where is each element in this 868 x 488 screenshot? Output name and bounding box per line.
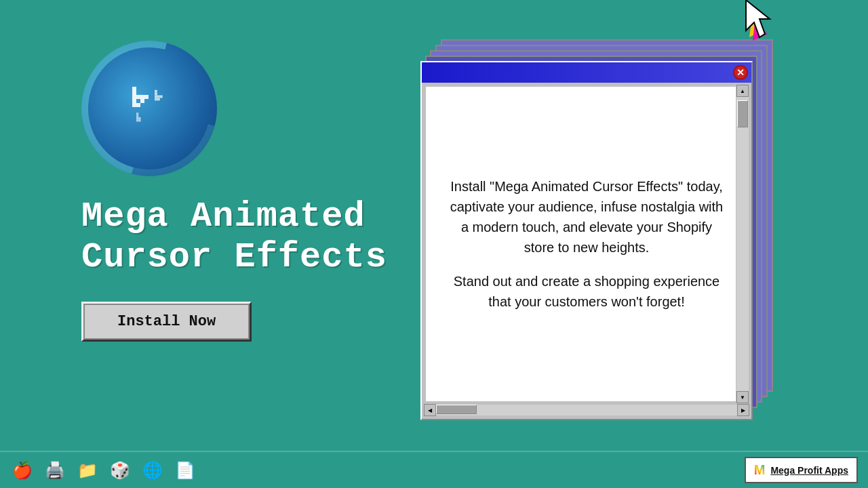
svg-rect-22 <box>138 117 140 119</box>
svg-rect-16 <box>160 96 163 98</box>
svg-rect-14 <box>157 98 160 100</box>
scroll-track-vertical <box>736 97 749 391</box>
dialog-title-bar: ✕ <box>422 62 751 83</box>
scroll-track-horizontal <box>436 405 737 415</box>
svg-rect-7 <box>136 95 140 99</box>
svg-rect-1 <box>132 91 136 95</box>
svg-rect-10 <box>155 90 157 93</box>
close-button[interactable]: ✕ <box>733 65 748 80</box>
app-logo <box>81 41 217 176</box>
scroll-thumb-vertical[interactable] <box>737 100 748 127</box>
cursor-decoration <box>739 0 793 47</box>
svg-rect-19 <box>136 117 138 119</box>
taskbar-pages-icon[interactable]: 📄 <box>173 458 197 483</box>
dialog-vertical-scrollbar[interactable]: ▲ ▼ <box>736 85 749 403</box>
svg-rect-5 <box>136 103 140 107</box>
svg-rect-4 <box>132 103 136 107</box>
svg-rect-21 <box>138 119 140 121</box>
svg-rect-18 <box>136 115 138 117</box>
app-title: Mega Animated Cursor Effects <box>81 197 434 278</box>
taskbar-globe-icon[interactable]: 🌐 <box>140 458 165 483</box>
dialog-horizontal-scrollbar[interactable]: ◀ ▶ <box>424 403 749 417</box>
scroll-up-arrow[interactable]: ▲ <box>736 85 749 97</box>
scroll-right-arrow[interactable]: ▶ <box>737 404 749 416</box>
svg-rect-13 <box>155 98 157 100</box>
scroll-left-arrow[interactable]: ◀ <box>424 404 436 416</box>
scroll-thumb-horizontal[interactable] <box>436 405 477 414</box>
svg-rect-15 <box>157 96 160 98</box>
svg-rect-3 <box>132 99 136 103</box>
taskbar-folder-icon[interactable]: 📁 <box>75 458 100 483</box>
svg-rect-8 <box>140 95 144 99</box>
main-dialog-window: ✕ Install "Mega Animated Cursor Effects"… <box>420 61 753 420</box>
main-background: Mega Animated Cursor Effects Install Now… <box>0 0 868 488</box>
brand-m-logo: M <box>754 462 766 478</box>
install-now-button[interactable]: Install Now <box>81 302 252 342</box>
taskbar-apple-icon[interactable]: 🍎 <box>10 458 35 483</box>
dialog-paragraph-2: Stand out and create a shopping experien… <box>446 271 727 312</box>
left-section: Mega Animated Cursor Effects Install Now <box>81 41 434 342</box>
taskbar: 🍎 🖨️ 📁 🎲 🌐 📄 M Mega Profit Apps <box>0 451 868 488</box>
scroll-down-arrow[interactable]: ▼ <box>736 391 749 403</box>
dialog-paragraph-1: Install "Mega Animated Cursor Effects" t… <box>446 176 727 258</box>
dialog-text: Install "Mega Animated Cursor Effects" t… <box>446 176 727 312</box>
svg-rect-12 <box>155 96 157 98</box>
brand-name-label: Mega Profit Apps <box>770 465 848 476</box>
taskbar-brand-button[interactable]: M Mega Profit Apps <box>745 457 858 483</box>
svg-rect-17 <box>136 113 138 115</box>
svg-rect-0 <box>132 87 136 91</box>
taskbar-dice-icon[interactable]: 🎲 <box>108 458 132 483</box>
svg-rect-9 <box>144 95 149 99</box>
dialog-content-wrapper: Install "Mega Animated Cursor Effects" t… <box>424 85 749 403</box>
dialog-content-area: Install "Mega Animated Cursor Effects" t… <box>426 87 747 401</box>
taskbar-printer-icon[interactable]: 🖨️ <box>43 458 67 483</box>
svg-rect-11 <box>155 93 157 96</box>
svg-rect-2 <box>132 95 136 99</box>
svg-rect-6 <box>140 99 144 103</box>
cursor-logo-icon <box>119 77 180 140</box>
taskbar-icons: 🍎 🖨️ 📁 🎲 🌐 📄 <box>10 458 197 483</box>
svg-rect-20 <box>136 119 138 121</box>
